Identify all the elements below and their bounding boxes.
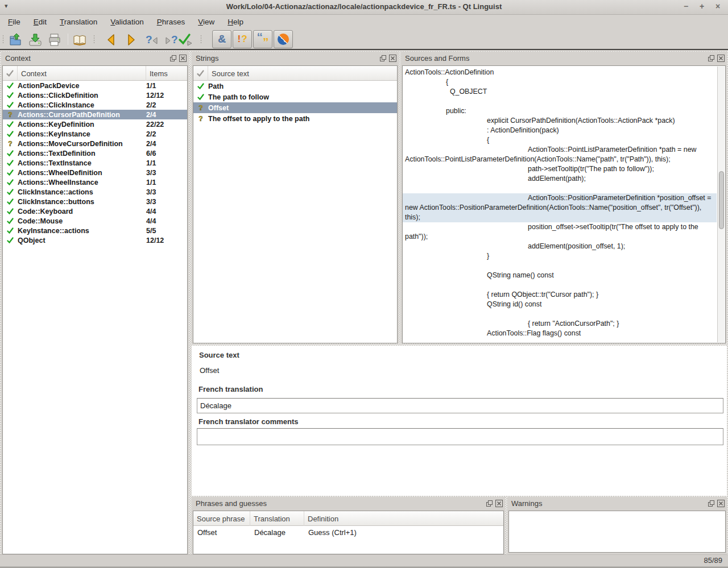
context-row[interactable]: ActionPackDevice1/1 <box>3 81 187 90</box>
source-text: The offset to apply to the path <box>208 115 397 123</box>
float-icon[interactable] <box>486 500 493 507</box>
context-items-count: 12/12 <box>146 92 187 99</box>
float-icon[interactable] <box>708 500 715 507</box>
context-items-count: 2/4 <box>146 140 187 148</box>
unfinished-question-icon: ? <box>3 139 18 148</box>
menu-translation[interactable]: Translation <box>60 18 97 26</box>
toggle-accelerators-button[interactable]: & <box>212 30 231 48</box>
menu-help[interactable]: Help <box>228 18 243 26</box>
toolbar-drag-handle[interactable] <box>200 35 202 44</box>
toolbar-drag-handle[interactable] <box>93 35 96 44</box>
close-icon[interactable] <box>179 55 187 62</box>
place-markers-icon <box>278 34 289 45</box>
strings-dock-titlebar: Strings <box>192 52 399 65</box>
close-icon[interactable] <box>717 55 725 62</box>
context-row[interactable]: QObject12/12 <box>3 235 187 245</box>
context-items-count: 2/2 <box>146 130 187 138</box>
menu-edit[interactable]: Edit <box>34 18 47 26</box>
string-row[interactable]: ?Offset <box>193 102 397 113</box>
close-button[interactable]: × <box>713 2 722 11</box>
toggle-ending-punctuation-button[interactable]: !? <box>233 30 252 48</box>
done-check-icon <box>193 81 208 92</box>
context-row[interactable]: Actions::WheelInstance1/1 <box>3 177 187 187</box>
toggle-phrase-matches-button[interactable]: “” <box>253 30 272 48</box>
context-row[interactable]: Actions::TextDefinition6/6 <box>3 148 187 158</box>
menu-view[interactable]: View <box>198 18 214 26</box>
translator-comments-label: French translator comments <box>198 417 299 426</box>
french-translation-input[interactable]: Décalage <box>197 398 723 413</box>
context-dock-title: Context <box>5 54 167 63</box>
context-name: Code::Mouse <box>18 217 146 225</box>
close-icon[interactable] <box>717 500 725 507</box>
context-row[interactable]: Code::Mouse4/4 <box>3 216 187 226</box>
float-icon[interactable] <box>379 55 387 62</box>
open-button[interactable] <box>7 32 24 47</box>
phrase-row[interactable]: OffsetDécalageGuess (Ctrl+1) <box>193 526 503 539</box>
code-scrollbar[interactable] <box>717 67 725 342</box>
context-row[interactable]: ?Actions::CursorPathDefinition2/4 <box>3 110 187 119</box>
context-row[interactable]: ClickInstance::actions3/3 <box>3 187 187 197</box>
source-text-column-header: Source text <box>208 66 397 81</box>
string-row[interactable]: ?The offset to apply to the path <box>193 113 397 124</box>
context-list-header[interactable]: Context Items <box>3 66 187 81</box>
context-name: Code::Keyboard <box>18 208 146 215</box>
context-row[interactable]: Actions::KeyDefinition22/22 <box>3 119 187 129</box>
done-and-next-icon <box>177 32 193 47</box>
phrasebook-icon <box>72 32 87 47</box>
save-button[interactable] <box>27 32 44 47</box>
toolbar-drag-handle[interactable] <box>2 35 5 44</box>
context-name: Actions::TextDefinition <box>18 150 146 157</box>
minimize-button[interactable]: − <box>681 2 690 11</box>
context-items-count: 2/4 <box>146 111 187 119</box>
close-icon[interactable] <box>495 500 503 507</box>
context-row[interactable]: ClickInstance::buttons3/3 <box>3 197 187 206</box>
context-row[interactable]: Code::Keyboard4/4 <box>3 206 187 216</box>
warnings-view <box>508 511 726 553</box>
next-button[interactable] <box>122 32 139 47</box>
toggle-place-markers-button[interactable] <box>274 30 293 48</box>
ending-punctuation-icon: ! <box>237 34 241 45</box>
menu-validation[interactable]: Validation <box>110 18 143 26</box>
strings-list-header[interactable]: Source text <box>193 66 397 81</box>
phrases-table-header[interactable]: Source phrase Translation Definition <box>193 511 503 526</box>
print-button[interactable] <box>46 32 63 47</box>
phrases-dock-title: Phrases and guesses <box>196 499 483 508</box>
maximize-button[interactable]: + <box>697 2 706 11</box>
float-icon[interactable] <box>708 55 715 62</box>
context-items-count: 3/3 <box>146 198 187 206</box>
context-items-count: 3/3 <box>146 169 187 177</box>
close-icon[interactable] <box>389 55 396 62</box>
context-items-count: 3/3 <box>146 188 187 196</box>
context-row[interactable]: Actions::KeyInstance2/2 <box>3 129 187 139</box>
context-row[interactable]: ?Actions::MoveCursorDefinition2/4 <box>3 139 187 148</box>
context-row[interactable]: Actions::ClickDefinition12/12 <box>3 90 187 100</box>
context-row[interactable]: KeyInstance::actions5/5 <box>3 226 187 235</box>
code-scrollbar-thumb[interactable] <box>719 171 724 229</box>
next-icon <box>123 32 138 47</box>
phrase-definition: Guess (Ctrl+1) <box>304 528 503 537</box>
strings-dock-title: Strings <box>196 54 377 63</box>
code-after: position_offset->setTooltip(tr("The offs… <box>403 222 717 338</box>
context-row[interactable]: Actions::WheelDefinition3/3 <box>3 168 187 177</box>
done-check-icon <box>3 100 18 110</box>
context-row[interactable]: Actions::TextInstance1/1 <box>3 158 187 168</box>
prev-unfinished-button[interactable]: ? <box>143 32 160 47</box>
context-dock-titlebar: Context <box>1 52 189 65</box>
context-row[interactable]: Actions::ClickInstance2/2 <box>3 100 187 110</box>
warnings-dock-titlebar: Warnings <box>507 497 727 510</box>
string-row[interactable]: The path to follow <box>193 92 397 102</box>
done-check-icon <box>3 226 18 235</box>
definition-column-header: Definition <box>304 511 503 526</box>
string-row[interactable]: Path <box>193 81 397 92</box>
phrasebook-button[interactable] <box>71 32 88 47</box>
done-and-next-button[interactable] <box>177 32 194 47</box>
menu-phrases[interactable]: Phrases <box>157 18 185 26</box>
prev-button[interactable] <box>103 32 120 47</box>
context-list: Context Items ActionPackDevice1/1Actions… <box>2 65 188 554</box>
float-icon[interactable] <box>169 55 177 62</box>
done-check-icon <box>3 168 18 177</box>
translator-comments-input[interactable] <box>197 428 723 445</box>
phrases-dock: Phrases and guesses Source phrase Transl… <box>192 497 505 554</box>
context-name: Actions::WheelInstance <box>18 179 146 186</box>
menu-file[interactable]: File <box>8 18 20 26</box>
